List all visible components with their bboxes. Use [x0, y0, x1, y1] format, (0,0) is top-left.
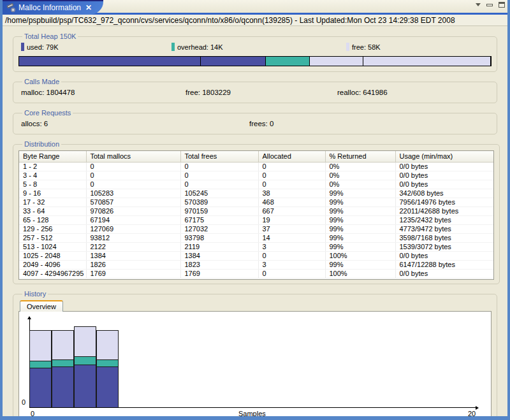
- chart-x-axis: [29, 407, 476, 408]
- group-total-heap: Total Heap 150K used: 79K overhead: 14K …: [13, 33, 497, 72]
- chart-bar-sample-2: [74, 326, 96, 407]
- column-header-total-mallocs[interactable]: Total mallocs: [86, 151, 180, 162]
- table-cell: 1384: [180, 251, 258, 260]
- table-cell: 0%: [325, 171, 395, 180]
- heap-segment-free: [310, 57, 491, 66]
- view-tab-bar: Malloc Information ✕: [3, 0, 507, 15]
- bar-segment-overhead: [30, 361, 51, 368]
- table-cell: 3 - 4: [19, 171, 86, 180]
- table-cell: 0/0 bytes: [395, 269, 493, 278]
- table-row[interactable]: 257 - 51293812937981499%3598/7168 bytes: [19, 233, 493, 242]
- table-row[interactable]: 17 - 3257085757038946899%7956/14976 byte…: [19, 198, 493, 206]
- core-requests-title: Core Requests: [22, 109, 73, 117]
- table-row[interactable]: 1025 - 2048138413840100%0/0 bytes: [19, 251, 493, 260]
- chart-bar-sample-3: [96, 330, 119, 407]
- table-row[interactable]: 1 - 20000%0/0 bytes: [19, 162, 493, 171]
- overhead-label: overhead: 14K: [177, 43, 223, 51]
- table-row[interactable]: 9 - 161052831052453899%342/608 bytes: [19, 189, 493, 198]
- distribution-header-row: Byte RangeTotal mallocsTotal freesAlloca…: [19, 151, 493, 162]
- bar-segment-free: [97, 331, 118, 359]
- bar-segment-used: [97, 366, 118, 407]
- table-cell: 2049 - 4096: [19, 260, 86, 269]
- heap-band-divider: [200, 57, 201, 66]
- table-row[interactable]: 3 - 40000%0/0 bytes: [19, 171, 493, 180]
- calls-made-title: Calls Made: [22, 78, 61, 85]
- table-row[interactable]: 33 - 6497082697015966799%22011/42688 byt…: [19, 206, 493, 215]
- table-cell: 5 - 8: [19, 180, 86, 189]
- content: Total Heap 150K used: 79K overhead: 14K …: [3, 26, 507, 420]
- table-row[interactable]: 5 - 80000%0/0 bytes: [19, 180, 493, 189]
- table-cell: 970826: [86, 206, 180, 215]
- free-label: free: 58K: [352, 43, 381, 51]
- table-cell: 99%: [325, 189, 395, 198]
- distribution-table: Byte RangeTotal mallocsTotal freesAlloca…: [19, 151, 493, 279]
- bar-segment-overhead: [75, 356, 96, 365]
- table-cell: 0: [180, 162, 258, 171]
- table-cell: 0: [86, 171, 180, 180]
- chart-bar-sample-0: [29, 330, 52, 407]
- history-title: History: [22, 290, 48, 298]
- table-cell: 127032: [180, 224, 258, 233]
- table-cell: 1769: [180, 269, 258, 278]
- stat-allocs: allocs: 6: [21, 120, 48, 127]
- group-distribution: Distribution Byte RangeTotal mallocsTota…: [13, 140, 500, 284]
- distribution-title: Distribution: [22, 140, 61, 148]
- table-cell: 0/0 bytes: [395, 162, 493, 171]
- table-cell: 0: [258, 180, 325, 189]
- table-cell: 667: [258, 206, 325, 215]
- minimize-icon[interactable]: [486, 4, 493, 6]
- history-chart: 0020Samples: [19, 312, 491, 420]
- table-cell: 100%: [325, 269, 395, 278]
- tab-malloc-information[interactable]: Malloc Information ✕: [3, 0, 103, 15]
- table-cell: 570857: [86, 198, 180, 206]
- table-cell: 4097 - 4294967295: [19, 269, 86, 278]
- distribution-table-container: Byte RangeTotal mallocsTotal freesAlloca…: [18, 150, 494, 280]
- table-cell: 0: [258, 162, 325, 171]
- table-cell: 67175: [180, 215, 258, 224]
- x-tick-label-max: 20: [468, 410, 476, 417]
- table-cell: 1826: [86, 260, 180, 269]
- table-cell: 0%: [325, 180, 395, 189]
- column-header-allocated[interactable]: Allocated: [258, 151, 325, 162]
- table-cell: 1025 - 2048: [19, 251, 86, 260]
- column-header--returned[interactable]: % Returned: [325, 151, 395, 162]
- x-tick-label-min: 0: [31, 410, 34, 417]
- table-row[interactable]: 129 - 2561270691270323799%4773/9472 byte…: [19, 224, 493, 233]
- tab-title: Malloc Information: [18, 3, 81, 12]
- table-row[interactable]: 4097 - 4294967295176917690100%0/0 bytes: [19, 269, 493, 278]
- heap-segment-overhead: [266, 57, 310, 66]
- table-cell: 342/608 bytes: [395, 189, 493, 198]
- table-cell: 38: [258, 189, 325, 198]
- heap-usage-bar: [18, 56, 492, 66]
- maximize-icon[interactable]: [499, 2, 505, 8]
- column-header-usage-min-max-[interactable]: Usage (min/max): [395, 151, 493, 162]
- tab-overview[interactable]: Overview: [20, 300, 63, 312]
- bar-segment-overhead: [52, 359, 73, 366]
- malloc-information-view: Malloc Information ✕ /home/pspbuild/psp/…: [0, 0, 510, 420]
- table-cell: 513 - 1024: [19, 242, 86, 251]
- heap-legend: used: 79K overhead: 14K free: 58K: [18, 42, 492, 54]
- column-header-total-frees[interactable]: Total frees: [180, 151, 258, 162]
- table-cell: 3: [258, 242, 325, 251]
- y-axis-arrow-icon: [27, 316, 31, 319]
- table-cell: 1769: [86, 269, 180, 278]
- table-cell: 570389: [180, 198, 258, 206]
- table-row[interactable]: 513 - 102421222119399%1539/3072 bytes: [19, 242, 493, 251]
- close-icon[interactable]: ✕: [85, 3, 92, 12]
- view-toolbar: [476, 2, 505, 8]
- table-cell: 1539/3072 bytes: [395, 242, 493, 251]
- table-cell: 0: [258, 269, 325, 278]
- table-cell: 7956/14976 bytes: [395, 198, 493, 206]
- column-header-byte-range[interactable]: Byte Range: [19, 151, 86, 162]
- table-cell: 2122: [86, 242, 180, 251]
- view-menu-icon[interactable]: [476, 3, 481, 6]
- table-cell: 105283: [86, 189, 180, 198]
- table-cell: 6147/12288 bytes: [395, 260, 493, 269]
- table-cell: 37: [258, 224, 325, 233]
- table-row[interactable]: 65 - 12867194671751999%1235/2432 bytes: [19, 215, 493, 224]
- table-cell: 257 - 512: [19, 233, 86, 242]
- bar-segment-overhead: [97, 359, 118, 366]
- table-cell: 970159: [180, 206, 258, 215]
- calls-made-row: malloc: 1804478 free: 1803229 realloc: 6…: [18, 89, 492, 99]
- table-row[interactable]: 2049 - 409618261823399%6147/12288 bytes: [19, 260, 493, 269]
